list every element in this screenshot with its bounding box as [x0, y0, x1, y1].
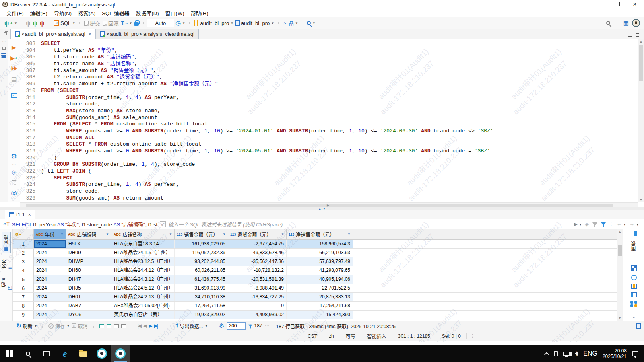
cell[interactable]: DH60: [66, 266, 111, 275]
cell[interactable]: 161,938,029.05: [175, 240, 228, 248]
cell[interactable]: 2024: [34, 302, 66, 310]
cell[interactable]: 66,219,103.93: [287, 249, 353, 257]
row-number[interactable]: 7: [13, 293, 34, 301]
row-number[interactable]: 1: [13, 240, 34, 248]
cell[interactable]: -8,988,491.49: [228, 284, 287, 292]
editor-horizontal-scrollbar[interactable]: ◀ ▶: [20, 202, 638, 207]
first-row-button[interactable]: |◀: [138, 323, 141, 329]
restore-editor-icon[interactable]: [4, 32, 7, 35]
sort-dropdown-icon[interactable]: ▼: [347, 232, 351, 236]
database-nav-icon[interactable]: [1, 53, 6, 58]
filter-settings-icon[interactable]: [601, 222, 606, 226]
search-menu-button[interactable]: ▾: [307, 21, 315, 25]
cell[interactable]: 31,690,013.99: [175, 284, 228, 292]
cell[interactable]: AEX唯品会21.05.02(广州): [111, 302, 175, 310]
cell[interactable]: 2024: [34, 311, 66, 319]
sql-code-editor[interactable]: 303SELECT304 t1.perYear AS "年份",305 t1.s…: [20, 39, 638, 202]
cell[interactable]: 2024: [34, 293, 66, 301]
dbeaver-taskbar-button-2[interactable]: [111, 345, 130, 362]
variables-icon[interactable]: (x): [8, 188, 20, 198]
erase-filter-icon[interactable]: ◈: [585, 221, 589, 227]
cell[interactable]: HLA唯品会24.2.13（广州）: [111, 293, 175, 301]
row-number[interactable]: 9: [13, 311, 34, 319]
cell[interactable]: 116,052,732.39: [175, 249, 228, 257]
sort-dropdown-icon[interactable]: ▼: [223, 232, 226, 236]
view-tab-记录[interactable]: 记录◱: [0, 276, 12, 290]
cell[interactable]: 2024: [34, 275, 66, 284]
minimize-panel-icon[interactable]: [628, 36, 632, 37]
network-button[interactable]: 品▾: [289, 20, 298, 27]
column-header-2[interactable]: ABC店铺名称▼: [111, 229, 175, 239]
sort-dropdown-icon[interactable]: ▼: [169, 232, 172, 236]
calc-panel-icon[interactable]: [631, 284, 637, 289]
row-number[interactable]: 8: [13, 302, 34, 310]
metadata-icon[interactable]: [631, 275, 637, 280]
sort-dropdown-icon[interactable]: ▼: [106, 232, 109, 236]
dbeaver-taskbar-button-1[interactable]: [93, 345, 111, 362]
cell[interactable]: HLA唯品会24.5.12（广州）: [111, 284, 175, 292]
explain-plan-icon[interactable]: ▤: [8, 74, 20, 84]
filter-input[interactable]: 输入一个 SQL 表达式来过滤结果 (使用 Ctrl+Space): [168, 220, 283, 228]
cell[interactable]: -2,977,454.75: [228, 240, 287, 248]
row-number[interactable]: 3: [13, 257, 34, 266]
cell[interactable]: 57,639,797.49: [287, 257, 353, 266]
export-data-button[interactable]: ⭡导出数据...▾: [176, 323, 207, 329]
view-tab-网格[interactable]: 网格▦: [2, 232, 11, 253]
cell[interactable]: 20,875,383.13: [287, 293, 353, 301]
last-row-button[interactable]: ▶|: [154, 323, 157, 329]
error-file-icon[interactable]: !: [8, 177, 20, 188]
menu-item-3[interactable]: 搜索(A): [75, 9, 99, 17]
row-header-corner[interactable]: [13, 229, 34, 239]
restore-button[interactable]: [607, 0, 625, 9]
menu-item-6[interactable]: 窗口(W): [162, 9, 188, 17]
fetch-size-input[interactable]: [227, 322, 246, 330]
cell[interactable]: -18,728,132.2: [228, 266, 287, 275]
ie-taskbar-button[interactable]: e: [56, 345, 74, 362]
cancel-button[interactable]: ×取消: [72, 323, 88, 329]
edit-row-button[interactable]: [114, 324, 119, 328]
cell[interactable]: DH47: [66, 275, 111, 284]
nav-forward-icon[interactable]: → ▾: [629, 221, 638, 227]
menu-item-0[interactable]: 文件(F): [3, 9, 27, 17]
perspective-icon[interactable]: ▦: [623, 20, 629, 26]
refresh-button[interactable]: ↻刷新▾: [16, 322, 37, 329]
column-header-4[interactable]: 123退货金额（元）▼: [228, 229, 287, 239]
execute-new-tab-icon[interactable]: ▶+: [8, 53, 20, 63]
volume-tray-icon[interactable]: [575, 351, 578, 356]
editor-results-splitter[interactable]: ▲▼: [0, 207, 644, 210]
menu-item-2[interactable]: 导航(N): [51, 9, 75, 17]
cell[interactable]: DAB7: [66, 302, 111, 310]
transaction-mode-button[interactable]: T▪▪▾: [121, 20, 132, 26]
filter-count[interactable]: 187: [248, 323, 262, 329]
connection-selector[interactable]: audit_bi_pro▾: [194, 20, 233, 26]
cell[interactable]: HLA唯品会24.4.12（广州）: [111, 266, 175, 275]
menu-item-7[interactable]: 帮助(H): [187, 9, 211, 17]
panel-scroll-down-icon[interactable]: ⌄: [632, 315, 635, 319]
add-row-button[interactable]: [99, 324, 104, 328]
panel-vertical-label[interactable]: 面板: [630, 240, 638, 253]
cell[interactable]: 17,254,711.68: [175, 302, 228, 310]
cell[interactable]: 2024: [34, 240, 66, 248]
export-result-icon[interactable]: ⎆: [8, 167, 20, 177]
row-number[interactable]: 2: [13, 249, 34, 257]
apply-filter-icon[interactable]: ▶ ▾: [574, 222, 581, 227]
cell[interactable]: DH85: [66, 284, 111, 292]
commit-button[interactable]: 提交: [84, 19, 100, 27]
expand-filter-icon[interactable]: ⤢: [160, 221, 166, 227]
cell[interactable]: 41,298,079.65: [287, 266, 353, 275]
network-tray-icon[interactable]: [563, 352, 570, 356]
delete-row-button[interactable]: [121, 324, 126, 328]
tray-chevron-icon[interactable]: [544, 352, 549, 357]
cell[interactable]: HLA京东自营18.3.14: [111, 240, 175, 248]
menu-item-1[interactable]: 编辑(E): [27, 9, 51, 17]
cell[interactable]: -20,531,581.39: [228, 275, 287, 284]
language-indicator[interactable]: ENG: [583, 350, 597, 357]
execute-script-icon[interactable]: ⏵⏵: [8, 63, 20, 74]
grid-vertical-scrollbar[interactable]: ▲ ▼: [617, 229, 623, 321]
execute-statement-icon[interactable]: ▶: [8, 42, 20, 53]
cell[interactable]: 61,436,775.45: [175, 275, 228, 284]
cell[interactable]: 2024: [34, 257, 66, 266]
cell[interactable]: 15,424,390: [287, 311, 353, 319]
row-number[interactable]: 4: [13, 266, 34, 275]
menu-item-4[interactable]: SQL 编辑器: [99, 9, 132, 17]
